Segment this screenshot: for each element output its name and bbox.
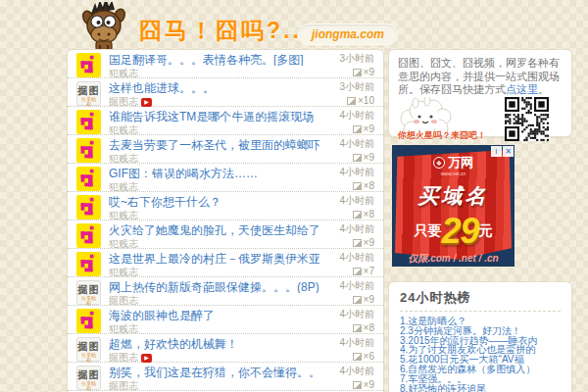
- ad-note: 仅限.com / .net / .cn: [392, 252, 514, 266]
- post-list-panel: 国足翻译哥。。。表情各种亮。[多图]犯贱志3小时前×9掘图分享精彩这样也能进球。…: [67, 49, 384, 392]
- post-author-name: 犯贱志: [109, 69, 138, 78]
- post-author-name: 犯贱志: [109, 182, 138, 192]
- post-main: 海波的眼神也是醉了犯贱志: [101, 308, 319, 334]
- ad-content: ❖ 万网 www.net.cn 买域名 只要29元 仅限.com / .net …: [392, 145, 514, 267]
- post-time: 4小时前: [319, 367, 374, 376]
- post-title-link[interactable]: 火灾给了她魔鬼的脸孔，天使医生却给了她重生的希望。[多图]: [109, 224, 319, 236]
- post-time: 3小时前: [319, 54, 374, 64]
- fanjianzhi-logo-icon: [76, 252, 99, 274]
- hot-list-title: 24小时热榜: [400, 289, 561, 312]
- ad-headline: 买域名: [392, 182, 514, 210]
- post-thumbnail-fanjianzhi[interactable]: [76, 110, 101, 134]
- juetu-thumb-subtext: 分享精彩: [79, 97, 99, 107]
- adchoices-info-icon[interactable]: i: [491, 146, 502, 157]
- fanjianzhi-logo-icon: [76, 110, 99, 132]
- post-meta: 4小时前×8: [319, 166, 374, 191]
- fanjianzhi-logo-icon: [76, 309, 99, 331]
- hot-list-box: 24小时热榜 1.这是防晒么？2.3分钟搞定河豚。好刀法！3.2015年的流行趋…: [388, 281, 572, 392]
- post-image-count: ×9: [319, 153, 374, 163]
- hot-list-item[interactable]: 2.3分钟搞定河豚。好刀法！: [400, 326, 561, 336]
- image-count-icon: [353, 324, 362, 332]
- post-main: 国足翻译哥。。。表情各种亮。[多图]犯贱志: [101, 52, 319, 78]
- post-title-link[interactable]: 国足翻译哥。。。表情各种亮。[多图]: [109, 54, 319, 66]
- post-main: 这样也能进球。。。掘图志▶: [101, 80, 319, 107]
- post-author-name: 犯贱志: [109, 268, 138, 277]
- image-count-icon: [353, 381, 362, 389]
- post-thumbnail-fanjianzhi[interactable]: [76, 53, 101, 77]
- post-time: 4小时前: [319, 253, 374, 263]
- post-time: 4小时前: [319, 168, 374, 177]
- image-count-value: ×9: [364, 380, 374, 390]
- post-thumbnail-fanjianzhi[interactable]: [76, 195, 101, 220]
- post-row: 哎~右下你想干什么？犯贱志4小时前×8: [68, 192, 383, 220]
- post-title-link[interactable]: 这样也能进球。。。: [109, 82, 319, 94]
- hot-list-item[interactable]: 6.自然发光的森林（多图慎入）: [400, 365, 561, 374]
- post-thumbnail-fanjianzhi[interactable]: [76, 138, 101, 163]
- page: 囧马！囧吗?.. jiongma.com 国足翻译哥。。。表情各种亮。[多图]犯…: [0, 0, 588, 392]
- hot-list-item[interactable]: 1.这是防晒么？: [400, 317, 561, 326]
- post-author: 掘图志: [109, 296, 319, 306]
- post-meta: 3小时前×9: [319, 52, 374, 77]
- ad-brand-url: www.net.cn: [392, 172, 514, 176]
- post-title-link[interactable]: 网上热传的新版奇葩眼保健操。。。(8P): [109, 281, 319, 293]
- post-title-link[interactable]: 超燃，好欢快的机械舞！: [109, 338, 319, 350]
- post-title-link[interactable]: 别笑，我们这是在狩猎，你不会懂得。。。不过最后一只你有点丢脸: [109, 367, 319, 378]
- adchoices-close-icon[interactable]: ✕: [503, 146, 514, 157]
- post-thumbnail-fanjianzhi[interactable]: [76, 309, 101, 333]
- hot-list-item[interactable]: 7.车坚强。。。: [400, 374, 561, 384]
- post-title-link[interactable]: GIF图：错误的喝水方法……: [109, 168, 319, 179]
- hot-list-item[interactable]: 8.好恐怖的连环追尾: [400, 384, 561, 392]
- domain-ad-banner[interactable]: ❖ 万网 www.net.cn 买域名 只要29元 仅限.com / .net …: [392, 145, 514, 267]
- post-author-name: 犯贱志: [109, 324, 138, 334]
- intro-link[interactable]: 点这里: [506, 83, 538, 95]
- fanjianzhi-logo-icon: [76, 138, 99, 161]
- post-author-name: 犯贱志: [109, 125, 138, 135]
- post-main: 这是世界上最冷的村庄－俄罗斯奥伊米亚康，这冰冻的脸真。[多图]犯贱志: [101, 251, 319, 277]
- image-count-value: ×8: [364, 181, 374, 191]
- post-thumbnail-fanjianzhi[interactable]: [76, 223, 101, 248]
- hot-list-item[interactable]: 4.为了讨女朋友欢心也是蛮拼的: [400, 345, 561, 355]
- image-count-icon: [353, 353, 362, 361]
- post-thumbnail-fanjianzhi[interactable]: [76, 252, 101, 276]
- juetu-thumb-text: 掘图: [77, 285, 100, 295]
- post-time: 4小时前: [319, 111, 374, 121]
- post-title-link[interactable]: 海波的眼神也是醉了: [109, 310, 319, 321]
- post-thumbnail-fanjianzhi[interactable]: [76, 167, 101, 191]
- image-count-value: ×6: [364, 352, 374, 362]
- post-thumbnail-juetuzhi[interactable]: 掘图分享精彩: [76, 366, 101, 390]
- post-title-link[interactable]: 去麦当劳要了一杯圣代，被里面的蟑螂吓哭了Σ( °△°|||): [109, 139, 319, 151]
- image-count-icon: [353, 154, 362, 162]
- post-thumbnail-juetuzhi[interactable]: 掘图分享精彩: [76, 280, 101, 305]
- post-image-count: ×9: [319, 380, 374, 390]
- juetu-thumb-text: 掘图: [77, 342, 100, 352]
- hot-list-item[interactable]: 5.花1000日元买一大箱“AV福: [400, 355, 561, 365]
- post-time: 4小时前: [319, 196, 374, 206]
- post-image-count: ×10: [319, 96, 374, 106]
- post-row: 这是世界上最冷的村庄－俄罗斯奥伊米亚康，这冰冻的脸真。[多图]犯贱志4小时前×7: [68, 249, 383, 277]
- post-main: 超燃，好欢快的机械舞！掘图志▶: [101, 336, 319, 363]
- post-title-link[interactable]: 这是世界上最冷的村庄－俄罗斯奥伊米亚康，这冰冻的脸真。[多图]: [109, 253, 319, 265]
- ad-brand-name: 万网: [448, 154, 473, 172]
- post-author: 犯贱志: [109, 211, 319, 220]
- fanjianzhi-logo-icon: [76, 167, 99, 189]
- post-image-count: ×9: [319, 238, 374, 248]
- post-main: 火灾给了她魔鬼的脸孔，天使医生却给了她重生的希望。[多图]犯贱志: [101, 222, 319, 249]
- wanwang-logo-icon: ❖: [433, 157, 445, 169]
- post-title-link[interactable]: 谁能告诉我这TM是哪个牛逼的摇滚现场: [109, 111, 319, 122]
- post-author-name: 掘图志: [109, 296, 138, 306]
- image-count-value: ×9: [364, 238, 374, 248]
- post-image-count: ×8: [319, 210, 374, 220]
- post-row: 掘图分享精彩超燃，好欢快的机械舞！掘图志▶4小时前×6: [68, 334, 383, 363]
- ad-price: 只要29元: [392, 211, 514, 252]
- post-meta: 4小时前×9: [319, 137, 374, 163]
- post-thumbnail-juetuzhi[interactable]: 掘图分享精彩: [76, 337, 101, 362]
- post-main: 别笑，我们这是在狩猎，你不会懂得。。。不过最后一只你有点丢脸掘图志: [101, 365, 319, 391]
- site-domain-link[interactable]: jiongma.com: [298, 24, 398, 45]
- post-thumbnail-juetuzhi[interactable]: 掘图分享精彩: [76, 81, 101, 106]
- post-title-link[interactable]: 哎~右下你想干什么？: [109, 196, 319, 208]
- image-count-icon: [353, 239, 362, 247]
- image-count-value: ×9: [364, 295, 374, 305]
- post-main: 哎~右下你想干什么？犯贱志: [101, 194, 319, 220]
- hot-list-item[interactable]: 3.2015年的流行趋势——睡衣内: [400, 336, 561, 346]
- post-row: 火灾给了她魔鬼的脸孔，天使医生却给了她重生的希望。[多图]犯贱志4小时前×9: [68, 220, 383, 249]
